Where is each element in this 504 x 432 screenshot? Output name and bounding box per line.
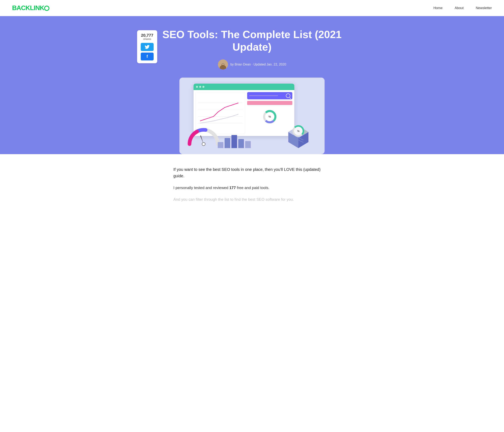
- share-count: 20,777: [141, 33, 154, 37]
- nav-newsletter[interactable]: Newsletter: [476, 6, 492, 10]
- gauge-svg: [185, 124, 222, 148]
- search-handle: [289, 97, 291, 99]
- box-illus: %: [282, 116, 315, 148]
- share-label: shares: [141, 37, 154, 41]
- intro2-number: 177: [229, 185, 236, 190]
- svg-point-4: [222, 63, 223, 64]
- nav-home[interactable]: Home: [433, 6, 442, 10]
- box-svg: %: [282, 116, 315, 148]
- facebook-icon: f: [147, 54, 148, 59]
- browser-dot-3: [202, 86, 204, 88]
- svg-point-5: [223, 63, 224, 64]
- intro-paragraph-1: If you want to see the best SEO tools in…: [173, 166, 331, 179]
- intro-paragraph-3: And you can filter through the list to f…: [173, 196, 331, 203]
- bar-chart-illus: [218, 132, 251, 148]
- facebook-share-button[interactable]: f: [141, 53, 154, 61]
- search-squiggle: [249, 95, 278, 96]
- browser-dot-1: [196, 86, 198, 88]
- navbar: BACKLINK Home About Newsletter: [0, 0, 504, 16]
- bar-3: [231, 135, 237, 148]
- content-section: If you want to see the best SEO tools in…: [165, 154, 339, 215]
- svg-text:%: %: [269, 115, 271, 118]
- bar-1: [218, 142, 223, 148]
- browser-topbar: [194, 84, 294, 90]
- search-bar-illus: [247, 92, 292, 99]
- logo[interactable]: BACKLINK: [12, 4, 49, 12]
- search-icon-illus: [286, 94, 290, 98]
- pink-block: [247, 101, 292, 105]
- avatar-image: [218, 60, 228, 70]
- svg-point-15: [202, 142, 205, 146]
- twitter-icon: [145, 44, 150, 49]
- author-row: by Brian Dean · Updated Jan. 22, 2020: [161, 60, 343, 70]
- bar-5: [245, 141, 251, 148]
- hero-title: SEO Tools: The Complete List (2021 Updat…: [161, 28, 343, 53]
- gauge-illus: [185, 124, 222, 148]
- avatar: [218, 60, 228, 70]
- twitter-share-button[interactable]: [141, 43, 154, 51]
- nav-links: Home About Newsletter: [433, 6, 492, 10]
- bar-4: [238, 139, 244, 148]
- logo-o: [44, 6, 49, 11]
- svg-point-3: [221, 62, 225, 65]
- nav-about[interactable]: About: [455, 6, 463, 10]
- illustration-inner: %: [185, 84, 319, 148]
- intro2-prefix: I personally tested and reviewed: [173, 185, 229, 190]
- intro2-suffix: free and paid tools.: [236, 185, 269, 190]
- hero-inner: 20,777 shares f SEO Tools: The Complete …: [161, 28, 343, 154]
- intro-paragraph-2: I personally tested and reviewed 177 fre…: [173, 185, 331, 191]
- donut-chart-svg: %: [262, 109, 278, 125]
- author-text: by Brian Dean · Updated Jan. 22, 2020: [230, 63, 286, 66]
- svg-text:%: %: [297, 130, 300, 132]
- bar-2: [225, 138, 230, 148]
- hero-section: 20,777 shares f SEO Tools: The Complete …: [0, 16, 504, 154]
- share-box: 20,777 shares f: [137, 30, 157, 63]
- browser-dot-2: [199, 86, 201, 88]
- hero-illustration: %: [180, 78, 324, 154]
